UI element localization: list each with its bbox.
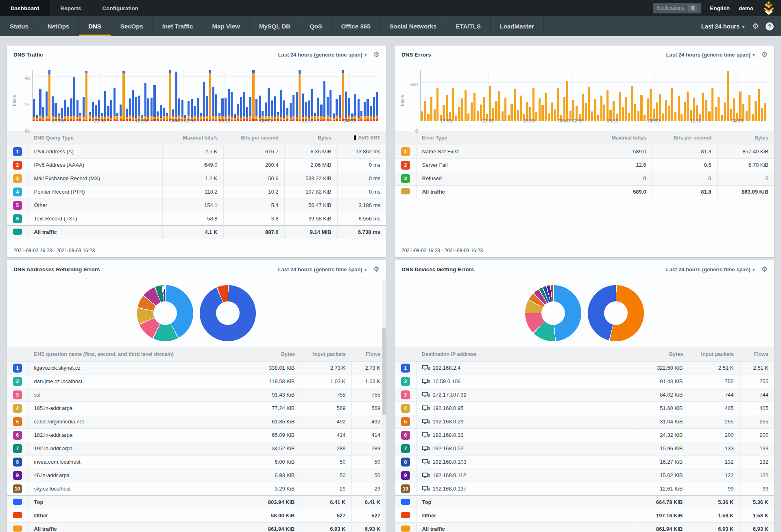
table-row[interactable]: 4185.in-addr.arpa77.24 KiB569569 (7, 401, 386, 415)
gear-icon[interactable]: ⚙ (752, 22, 759, 31)
table-row[interactable]: 3ssl91.43 KiB755755 (7, 388, 386, 401)
user-menu[interactable]: demo (739, 5, 753, 11)
table-row[interactable]: 4Pointer Record (PTR)118.210.2107.82 KiB… (7, 185, 386, 198)
tab-loadmaster[interactable]: LoadMaster (491, 16, 544, 36)
app-tab-configuration[interactable]: Configuration (92, 0, 149, 16)
dns-errors-table: Error TypeMaximal bits/sBits per secondB… (395, 131, 774, 198)
table-row[interactable]: 6192.168.0.3224.32 KiB200200 (395, 428, 774, 442)
panel-time-span-dropdown[interactable]: Last 24 hours (generic time span)▼ (666, 266, 756, 273)
x-axis-tick-label: 11:59 (690, 118, 701, 123)
column-header[interactable]: Maximal bits/s (162, 131, 223, 145)
series-color-swatch (13, 229, 22, 235)
column-header[interactable]: Maximal bits/s (583, 131, 652, 145)
table-row[interactable]: 10192.168.0.13712.61 KiB9999 (395, 482, 774, 495)
table-row[interactable]: 946.in-addr.arpa6.93 KiB5050 (7, 469, 386, 482)
tab-qos[interactable]: QoS (300, 16, 332, 36)
table-row[interactable]: 3Refused000 (395, 172, 774, 185)
gear-icon[interactable]: ⚙ (761, 265, 768, 274)
column-header[interactable]: Destination IP address (416, 347, 632, 361)
tab-secops[interactable]: SecOps (111, 16, 153, 36)
gear-icon[interactable]: ⚙ (761, 50, 768, 59)
tab-eta-tls[interactable]: ETA/TLS (446, 16, 490, 36)
notifications-button[interactable]: Notifications 0 (653, 3, 701, 13)
column-header[interactable]: Bytes (284, 131, 337, 145)
scrollbar-thumb[interactable] (382, 327, 386, 415)
table-row[interactable]: All traffic4.1 K887.09.14 MiB6.738 ms (7, 225, 386, 239)
panel-time-span-dropdown[interactable]: Last 24 hours (generic time span)▼ (666, 52, 756, 58)
table-row[interactable]: 3172.17.107.3284.02 KiB744744 (395, 388, 774, 401)
table-row[interactable]: Other58.00 KiB527527 (7, 509, 386, 522)
row-name: 192.168.2.4 (416, 361, 632, 375)
tab-social-networks[interactable]: Social Networks (380, 16, 446, 36)
table-row[interactable]: 2darujme.cz.localhost119.58 KiB1.03 K1.0… (7, 375, 386, 388)
series-color-swatch (401, 188, 410, 194)
column-header[interactable]: Bits per second (652, 131, 717, 145)
table-row[interactable]: 3Mail Exchange Record (MX)1.2 K50.6533.2… (7, 172, 386, 185)
x-axis-tick-label: 23:59 (524, 118, 535, 123)
row-value: 405 (689, 401, 740, 415)
table-row[interactable]: 2IPv6 Address (AAAA)649.0200.42.06 MiB0 … (7, 158, 386, 172)
row-value: 133 (740, 442, 774, 455)
tab-dns[interactable]: DNS (79, 16, 111, 36)
tab-map-view[interactable]: Map View (203, 16, 250, 36)
table-row[interactable]: Other197.16 KiB1.58 K1.58 K (395, 509, 774, 522)
language-menu[interactable]: English (710, 5, 730, 11)
column-header[interactable]: Bytes (244, 347, 301, 361)
table-row[interactable]: 7192.in-addr.arpa34.52 KiB289289 (7, 442, 386, 455)
tab-netops[interactable]: NetOps (38, 16, 79, 36)
notifications-label: Notifications (657, 5, 684, 11)
row-value: 99 (689, 482, 740, 495)
table-row[interactable]: 9192.168.0.11215.02 KiB122122 (395, 469, 774, 482)
brand-logo-icon[interactable] (762, 1, 775, 15)
gear-icon[interactable]: ⚙ (373, 50, 380, 59)
table-row[interactable]: 8invea.com.localhost6.00 KiB5050 (7, 455, 386, 469)
table-row[interactable]: 5Other154.15.456.47 KiB3.186 ms (7, 198, 386, 212)
column-header[interactable]: Bytes (632, 347, 689, 361)
table-row[interactable]: 1IPv4 Address (A)2.5 K616.76.35 MiB13.86… (7, 145, 386, 158)
app-tab-dashboard[interactable]: Dashboard (0, 0, 50, 16)
row-value: 0 ms (337, 172, 386, 185)
table-row[interactable]: 1ligavozick.skynet.cz338.01 KiB2.73 K2.7… (7, 361, 386, 375)
table-row[interactable]: 4192.168.0.9551.60 KiB405405 (395, 401, 774, 415)
table-row[interactable]: All traffic861.94 KiB6.93 K6.93 K (7, 522, 386, 532)
table-row[interactable]: 6Text Record (TXT)58.83.839.58 KiB6.556 … (7, 212, 386, 225)
time-range-dropdown[interactable]: Last 24 hours▼ (701, 23, 746, 30)
column-header[interactable]: Error Type (416, 131, 583, 145)
panel-time-span-dropdown[interactable]: Last 24 hours (generic time span)▼ (278, 52, 368, 58)
table-row[interactable]: 8192.168.0.10316.27 KiB132132 (395, 455, 774, 469)
tab-office-365[interactable]: Office 365 (332, 16, 380, 36)
row-value: 0 ms (337, 158, 386, 172)
table-row[interactable]: 7192.168.0.5215.96 KiB133133 (395, 442, 774, 455)
column-header[interactable]: DNS question name (first, second, and th… (28, 347, 244, 361)
row-value: 154.1 (162, 198, 223, 212)
gear-icon[interactable]: ⚙ (373, 265, 380, 274)
column-header[interactable]: Bytes (717, 131, 774, 145)
tab-mysql-db[interactable]: MySQL DB (250, 16, 300, 36)
table-row[interactable]: 1Name Not Exist589.081.3857.40 KiB (395, 145, 774, 158)
table-row[interactable]: 5192.168.0.2931.04 KiB255255 (395, 415, 774, 428)
table-row[interactable]: Top664.78 KiB5.36 K5.36 K (395, 495, 774, 509)
tab-status[interactable]: Status (0, 16, 38, 36)
vertical-scrollbar[interactable] (382, 279, 386, 532)
table-row[interactable]: 10sky.cz.localhost3.29 KiB2929 (7, 482, 386, 495)
table-row[interactable]: 6182.in-addr.arpa65.09 KiB414414 (7, 428, 386, 442)
column-header[interactable]: Flows (740, 347, 774, 361)
column-header[interactable]: Input packets (689, 347, 740, 361)
table-row[interactable]: 5cable.virginmedia.net61.85 KiB492492 (7, 415, 386, 428)
table-row[interactable]: Top803.94 KiB6.41 K6.41 K (7, 495, 386, 509)
app-tab-reports[interactable]: Reports (50, 0, 92, 16)
tab-inet-traffic[interactable]: Inet Traffic (153, 16, 203, 36)
column-header[interactable]: AVG SRT (337, 131, 386, 145)
table-row[interactable]: All traffic589.081.8863.09 KiB (395, 185, 774, 198)
panel-time-span-dropdown[interactable]: Last 24 hours (generic time span)▼ (278, 266, 368, 273)
column-header[interactable]: Flows (351, 347, 386, 361)
column-header[interactable]: DNS Query Type (28, 131, 162, 145)
column-header[interactable]: Bits per second (223, 131, 284, 145)
column-header[interactable]: Input packets (301, 347, 351, 361)
table-row[interactable]: 2Server Fail12.60.55.70 KiB (395, 158, 774, 172)
table-row[interactable]: 1192.168.2.4322.50 KiB2.51 K2.51 K (395, 361, 774, 375)
table-row[interactable]: 210.59.0.10691.43 KiB755755 (395, 375, 774, 388)
table-row[interactable]: All traffic861.94 KiB6.93 K6.93 K (395, 522, 774, 532)
rank-badge: 4 (401, 404, 410, 413)
help-icon[interactable]: ? (766, 22, 774, 31)
